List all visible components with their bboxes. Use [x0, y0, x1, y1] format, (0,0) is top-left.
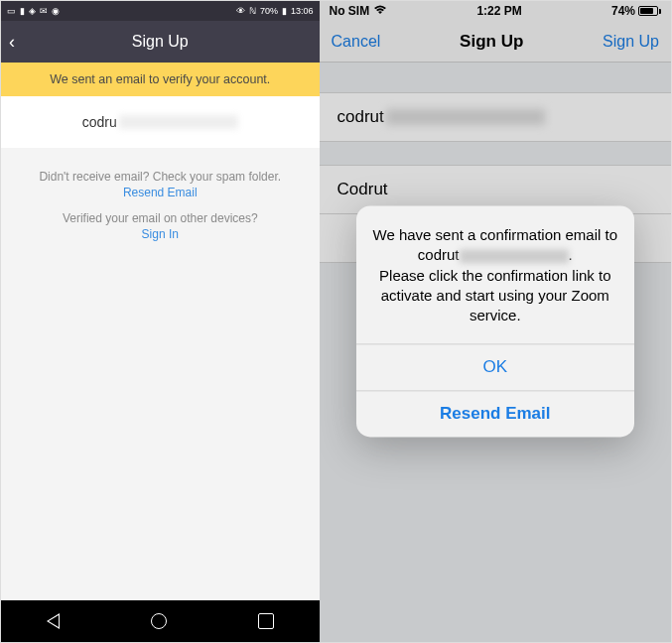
- signal-icon: ▮: [20, 6, 25, 16]
- battery-percent: 70%: [260, 6, 278, 16]
- nfc-icon: ℕ: [249, 6, 256, 16]
- clock-time: 13:06: [291, 6, 314, 16]
- alert-resend-button[interactable]: Resend Email: [356, 391, 634, 438]
- wifi-icon: ◈: [29, 6, 36, 16]
- confirmation-alert: We have sent a confirmation email to cod…: [356, 205, 634, 437]
- email-display: codru: [1, 96, 320, 148]
- alert-line2: Please click the confirmation link to ac…: [379, 267, 610, 324]
- resend-email-link[interactable]: Resend Email: [17, 186, 304, 199]
- help-section: Didn't receive email? Check your spam fo…: [1, 148, 320, 600]
- nav-back-icon[interactable]: [47, 613, 60, 629]
- android-status-bar: ▭ ▮ ◈ ✉ ◉ 👁 ℕ 70% ▮ 13:06: [1, 1, 320, 21]
- sign-in-link[interactable]: Sign In: [17, 227, 304, 241]
- android-screen: ▭ ▮ ◈ ✉ ◉ 👁 ℕ 70% ▮ 13:06 ‹ Sign Up We s…: [1, 1, 320, 642]
- android-nav-bar: [1, 600, 320, 642]
- email-prefix: codru: [82, 114, 117, 130]
- email-blurred: [119, 115, 238, 129]
- alert-message: We have sent a confirmation email to cod…: [356, 205, 634, 343]
- nav-recent-icon[interactable]: [258, 613, 274, 629]
- alert-ok-button[interactable]: OK: [356, 344, 634, 391]
- verify-banner: We sent an email to verify your account.: [1, 63, 320, 96]
- battery-icon: ▮: [282, 6, 287, 16]
- android-header: ‹ Sign Up: [1, 21, 320, 63]
- spam-hint: Didn't receive email? Check your spam fo…: [17, 170, 304, 184]
- ios-screen: No SIM 1:22 PM 74% Cancel Sign Up Sign U…: [320, 1, 671, 642]
- back-icon[interactable]: ‹: [9, 32, 15, 53]
- eye-icon: 👁: [236, 6, 245, 16]
- alert-email-blurred: [460, 250, 569, 264]
- volte-icon: ▭: [7, 6, 16, 16]
- nav-home-icon[interactable]: [151, 613, 167, 629]
- messenger-icon: ◉: [52, 6, 60, 16]
- message-icon: ✉: [40, 6, 48, 16]
- page-title: Sign Up: [132, 33, 189, 51]
- verified-hint: Verified your email on other devices?: [17, 211, 304, 225]
